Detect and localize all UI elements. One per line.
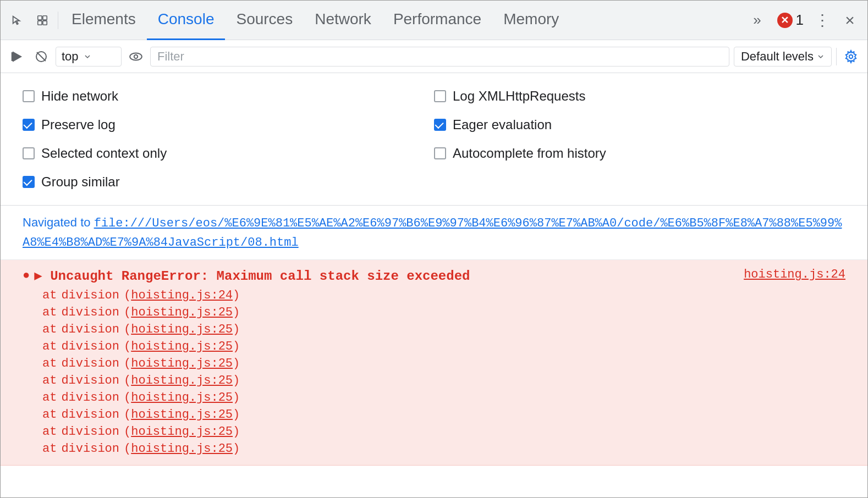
- stack-close: ): [233, 323, 240, 336]
- levels-label: Default levels: [741, 49, 814, 64]
- more-options-button[interactable]: ⋮: [810, 8, 834, 32]
- stack-line: atdivision(hoisting.js:25): [23, 304, 845, 321]
- tab-memory[interactable]: Memory: [492, 1, 570, 40]
- stack-file-link[interactable]: hoisting.js:25: [131, 306, 233, 319]
- stack-file-link[interactable]: hoisting.js:25: [131, 374, 233, 388]
- inspect-icon[interactable]: [30, 8, 54, 32]
- tab-elements[interactable]: Elements: [61, 1, 147, 40]
- selected-context-checkbox[interactable]: [23, 147, 35, 159]
- stack-file-link[interactable]: hoisting.js:25: [131, 323, 233, 336]
- setting-selected-context[interactable]: Selected context only: [23, 139, 434, 168]
- stack-at: at: [42, 323, 57, 336]
- settings-panel: Hide network Preserve log Selected conte…: [1, 73, 867, 206]
- filter-input[interactable]: [150, 47, 729, 67]
- tab-network[interactable]: Network: [304, 1, 382, 40]
- stack-file-link[interactable]: hoisting.js:25: [131, 408, 233, 422]
- levels-arrow-icon: [817, 53, 825, 60]
- setting-hide-network[interactable]: Hide network: [23, 82, 434, 110]
- error-badge[interactable]: ✕ 1: [773, 9, 808, 31]
- stack-paren: (: [124, 306, 131, 319]
- nav-prefix: Navigated to: [23, 215, 94, 229]
- close-devtools-button[interactable]: ×: [838, 8, 862, 32]
- stack-at: at: [42, 425, 57, 439]
- stack-fn: division: [61, 425, 119, 439]
- stack-line: atdivision(hoisting.js:25): [23, 338, 845, 355]
- stack-line: atdivision(hoisting.js:25): [23, 406, 845, 423]
- eager-eval-label: Eager evaluation: [453, 117, 552, 132]
- error-row-icon: ●: [23, 268, 30, 282]
- clear-console-button[interactable]: [31, 47, 51, 67]
- setting-preserve-log[interactable]: Preserve log: [23, 110, 434, 139]
- stack-paren: (: [124, 408, 131, 422]
- error-icon: ✕: [777, 13, 793, 28]
- cursor-icon[interactable]: [5, 8, 29, 32]
- stack-line: atdivision(hoisting.js:25): [23, 423, 845, 440]
- svg-marker-4: [13, 52, 21, 61]
- preserve-log-checkbox[interactable]: [23, 119, 35, 131]
- eye-button[interactable]: [126, 47, 146, 67]
- stack-line: atdivision(hoisting.js:25): [23, 389, 845, 406]
- stack-fn: division: [61, 306, 119, 319]
- devtools-panel: Elements Console Sources Network Perform…: [0, 0, 868, 498]
- error-count: 1: [796, 12, 804, 29]
- autocomplete-checkbox[interactable]: [434, 147, 446, 159]
- eager-eval-checkbox[interactable]: [434, 119, 446, 131]
- error-header: ● ▶ Uncaught RangeError: Maximum call st…: [23, 268, 845, 284]
- error-row: ● ▶ Uncaught RangeError: Maximum call st…: [1, 260, 867, 466]
- setting-autocomplete[interactable]: Autocomplete from history: [434, 139, 845, 168]
- stack-fn: division: [61, 442, 119, 456]
- error-source-link[interactable]: hoisting.js:24: [744, 268, 845, 281]
- stack-line: atdivision(hoisting.js:25): [23, 355, 845, 372]
- execute-button[interactable]: [7, 47, 27, 67]
- hide-network-checkbox[interactable]: [23, 90, 35, 102]
- setting-group-similar[interactable]: Group similar: [23, 168, 434, 196]
- group-similar-checkbox[interactable]: [23, 176, 35, 188]
- stack-at: at: [42, 289, 57, 302]
- svg-rect-3: [43, 20, 47, 24]
- stack-close: ): [233, 340, 240, 353]
- setting-log-xml[interactable]: Log XMLHttpRequests: [434, 82, 845, 110]
- stack-paren: (: [124, 442, 131, 456]
- svg-point-9: [134, 54, 138, 58]
- stack-file-link[interactable]: hoisting.js:24: [131, 289, 233, 302]
- more-tabs-button[interactable]: »: [745, 8, 770, 32]
- tab-bar: Elements Console Sources Network Perform…: [1, 1, 867, 40]
- context-selector[interactable]: top: [56, 47, 122, 67]
- stack-at: at: [42, 391, 57, 405]
- stack-close: ): [233, 374, 240, 388]
- setting-eager-eval[interactable]: Eager evaluation: [434, 110, 845, 139]
- stack-fn: division: [61, 323, 119, 336]
- context-dropdown-arrow: [83, 52, 92, 61]
- stack-close: ): [233, 442, 240, 456]
- selected-context-label: Selected context only: [41, 146, 167, 161]
- stack-line: atdivision(hoisting.js:24): [23, 287, 845, 304]
- stack-paren: (: [124, 357, 131, 370]
- autocomplete-label: Autocomplete from history: [453, 146, 606, 161]
- stack-file-link[interactable]: hoisting.js:25: [131, 425, 233, 439]
- nav-url[interactable]: file:///Users/eos/%E6%9E%81%E5%AE%A2%E6%…: [23, 217, 842, 250]
- stack-file-link[interactable]: hoisting.js:25: [131, 391, 233, 405]
- stack-close: ): [233, 289, 240, 302]
- stack-fn: division: [61, 340, 119, 353]
- stack-paren: (: [124, 340, 131, 353]
- stack-fn: division: [61, 391, 119, 405]
- stack-file-link[interactable]: hoisting.js:25: [131, 340, 233, 353]
- log-xml-label: Log XMLHttpRequests: [453, 88, 585, 104]
- stack-file-link[interactable]: hoisting.js:25: [131, 442, 233, 456]
- stack-at: at: [42, 357, 57, 370]
- stack-paren: (: [124, 391, 131, 405]
- settings-gear-button[interactable]: [841, 47, 861, 67]
- stack-paren: (: [124, 289, 131, 302]
- stack-file-link[interactable]: hoisting.js:25: [131, 357, 233, 370]
- tab-console[interactable]: Console: [147, 1, 226, 40]
- log-xml-checkbox[interactable]: [434, 90, 446, 102]
- svg-rect-1: [43, 15, 47, 19]
- tab-sources[interactable]: Sources: [225, 1, 304, 40]
- console-content: Navigated to file:///Users/eos/%E6%9E%81…: [1, 206, 867, 497]
- tab-performance[interactable]: Performance: [382, 1, 492, 40]
- stack-paren: (: [124, 374, 131, 388]
- stack-at: at: [42, 306, 57, 319]
- levels-dropdown[interactable]: Default levels: [734, 47, 832, 67]
- error-title[interactable]: ▶ Uncaught RangeError: Maximum call stac…: [34, 268, 470, 284]
- tab-divider: [58, 12, 58, 29]
